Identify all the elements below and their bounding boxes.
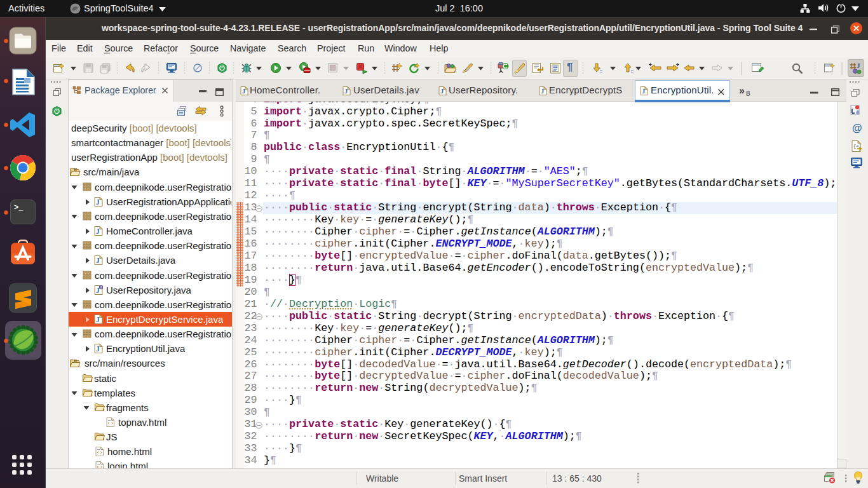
svg-text:I: I [100, 285, 102, 289]
svg-text:J: J [242, 88, 245, 95]
svg-text:J: J [857, 62, 860, 69]
svg-text:J: J [96, 227, 100, 235]
svg-text:J: J [344, 88, 348, 95]
svg-text:J: J [96, 257, 100, 264]
svg-text:{=: {= [853, 143, 860, 149]
svg-text:J: J [642, 88, 645, 95]
svg-text:>_: >_ [14, 203, 24, 212]
svg-text:J: J [440, 88, 444, 95]
svg-text:J: J [541, 88, 544, 95]
svg-text:J: J [96, 316, 100, 323]
svg-text:J: J [96, 345, 100, 353]
svg-text:J: J [96, 198, 100, 206]
